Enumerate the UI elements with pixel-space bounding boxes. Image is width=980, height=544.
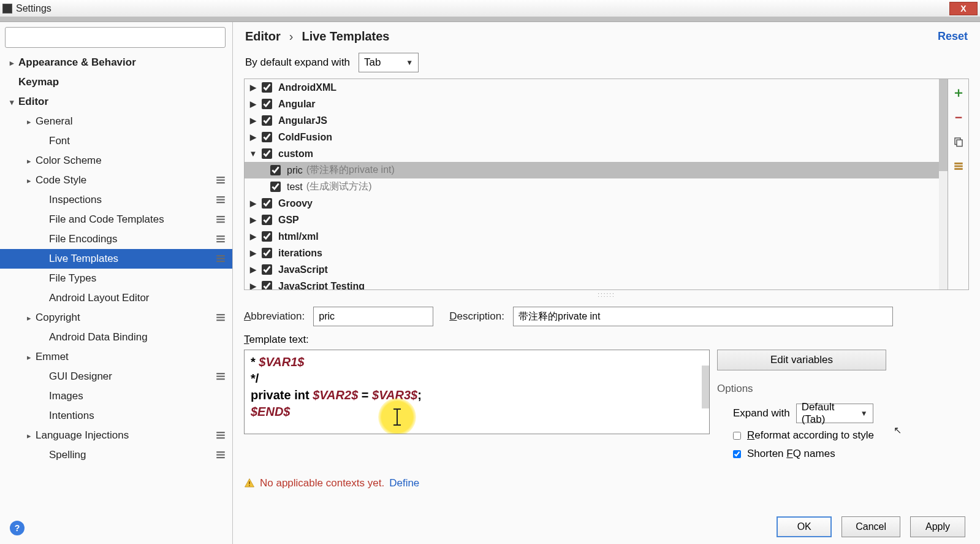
abbreviation-input[interactable] xyxy=(313,307,433,326)
template-group[interactable]: ▶html/xml xyxy=(245,228,948,245)
chevron-icon: ▸ xyxy=(5,58,18,67)
sidebar-item[interactable]: Keymap xyxy=(0,72,232,92)
template-item[interactable]: pric(带注释的private int) xyxy=(245,162,948,178)
sidebar-item[interactable]: ▸Code Style xyxy=(0,170,232,190)
close-button[interactable]: X xyxy=(949,2,978,15)
sidebar-item[interactable]: ▸Emmet xyxy=(0,347,232,367)
template-checkbox[interactable] xyxy=(262,148,272,159)
search-input[interactable] xyxy=(5,27,226,48)
svg-rect-17 xyxy=(216,320,225,321)
description-input[interactable] xyxy=(513,307,893,326)
sidebar-item[interactable]: GUI Designer xyxy=(0,367,232,386)
template-checkbox[interactable] xyxy=(262,82,272,93)
template-checkbox[interactable] xyxy=(270,165,281,175)
template-checkbox[interactable] xyxy=(262,281,272,289)
sidebar-item[interactable]: Live Templates xyxy=(0,249,232,269)
sidebar-item[interactable]: File and Code Templates xyxy=(0,210,232,229)
breadcrumb-live-templates: Live Templates xyxy=(302,29,389,44)
sidebar-item[interactable]: Font xyxy=(0,131,232,151)
template-checkbox[interactable] xyxy=(262,215,272,225)
settings-tree[interactable]: ▸Appearance & BehaviorKeymap▾Editor▸Gene… xyxy=(0,53,232,544)
cursor-highlight xyxy=(378,398,416,434)
app-icon xyxy=(2,4,12,13)
titlebar: Settings X xyxy=(0,0,980,17)
template-checkbox[interactable] xyxy=(262,264,272,275)
sidebar-item-label: GUI Designer xyxy=(49,370,215,383)
templates-tree[interactable]: ▶AndroidXML▶Angular▶AngularJS▶ColdFusion… xyxy=(245,79,948,289)
template-checkbox[interactable] xyxy=(262,248,272,258)
remove-template-button[interactable]: － xyxy=(952,111,965,123)
template-label: pric xyxy=(287,165,303,176)
sidebar-item-label: Copyright xyxy=(36,312,215,324)
template-item[interactable]: test(生成测试方法) xyxy=(245,178,948,195)
sidebar-item-label: General xyxy=(36,115,232,128)
expand-with-label: Expand with xyxy=(733,407,790,419)
template-checkbox[interactable] xyxy=(262,231,272,242)
svg-rect-2 xyxy=(216,182,225,183)
template-checkbox[interactable] xyxy=(262,132,272,142)
default-expand-select[interactable]: Tab ▼ xyxy=(359,53,419,72)
settings-template-button[interactable] xyxy=(952,160,965,172)
template-checkbox[interactable] xyxy=(262,99,272,109)
reformat-checkbox[interactable] xyxy=(733,432,741,440)
svg-rect-7 xyxy=(216,219,225,220)
sidebar-item[interactable]: Inspections xyxy=(0,190,232,210)
scope-icon xyxy=(215,253,226,264)
sidebar-item[interactable]: ▸Copyright xyxy=(0,308,232,328)
sidebar-item-label: Intentions xyxy=(49,410,232,422)
expand-with-select[interactable]: Default (Tab) ▼ xyxy=(796,404,873,423)
sidebar-item[interactable]: ▸General xyxy=(0,112,232,131)
template-group[interactable]: ▶Angular xyxy=(245,96,948,112)
sidebar-item[interactable]: ▸Color Scheme xyxy=(0,151,232,170)
sidebar-item[interactable]: Intentions xyxy=(0,406,232,426)
template-group[interactable]: ▶GSP xyxy=(245,212,948,228)
cancel-button[interactable]: Cancel xyxy=(841,516,900,537)
template-label: custom xyxy=(278,148,313,159)
template-group[interactable]: ▶JavaScript Testing xyxy=(245,278,948,289)
apply-button[interactable]: Apply xyxy=(910,516,965,537)
editor-scrollbar[interactable] xyxy=(702,366,709,408)
template-group[interactable]: ▼custom xyxy=(245,145,948,162)
sidebar-item-label: File and Code Templates xyxy=(49,213,215,226)
template-checkbox[interactable] xyxy=(270,182,281,192)
sidebar-item[interactable]: Android Data Binding xyxy=(0,328,232,347)
options-title: Options xyxy=(717,383,886,395)
template-group[interactable]: ▶AngularJS xyxy=(245,112,948,129)
sidebar-item[interactable]: Images xyxy=(0,386,232,406)
copy-template-button[interactable] xyxy=(952,136,965,148)
sidebar-item[interactable]: ▸Appearance & Behavior xyxy=(0,53,232,72)
sidebar-item-label: Inspections xyxy=(49,194,215,206)
sidebar-item[interactable]: File Types xyxy=(0,269,232,288)
edit-variables-button[interactable]: Edit variables xyxy=(717,350,886,370)
sidebar-item[interactable]: File Encodings xyxy=(0,229,232,249)
define-link[interactable]: Define xyxy=(389,477,419,489)
svg-rect-3 xyxy=(216,196,225,197)
template-text-editor[interactable]: * $VAR1$ */ private int $VAR2$ = $VAR3$;… xyxy=(244,350,710,434)
add-template-button[interactable]: ＋ xyxy=(952,86,965,99)
template-label: AndroidXML xyxy=(278,82,336,93)
resize-grip[interactable]: :::::: xyxy=(233,290,980,299)
ok-button[interactable]: OK xyxy=(777,516,832,537)
template-group[interactable]: ▶iterations xyxy=(245,245,948,261)
template-checkbox[interactable] xyxy=(262,115,272,126)
svg-rect-31 xyxy=(954,168,963,170)
sidebar-item[interactable]: ▸Language Injections xyxy=(0,426,232,445)
template-toolbar: ＋ － xyxy=(948,79,968,289)
sidebar-item[interactable]: ▾Editor xyxy=(0,92,232,112)
sidebar-item[interactable]: Spelling xyxy=(0,445,232,465)
svg-rect-14 xyxy=(216,261,225,262)
template-group[interactable]: ▶JavaScript xyxy=(245,261,948,278)
scope-icon xyxy=(215,234,226,245)
tpl-scrollbar[interactable] xyxy=(939,79,948,289)
help-button[interactable]: ? xyxy=(10,521,25,535)
template-group[interactable]: ▶Groovy xyxy=(245,195,948,212)
scope-icon xyxy=(215,175,226,186)
shorten-fq-checkbox[interactable] xyxy=(733,450,741,458)
template-group[interactable]: ▶AndroidXML xyxy=(245,79,948,96)
sidebar-item[interactable]: Android Layout Editor xyxy=(0,288,232,308)
chevron-right-icon: ▶ xyxy=(245,99,262,109)
template-checkbox[interactable] xyxy=(262,198,272,209)
template-group[interactable]: ▶ColdFusion xyxy=(245,129,948,145)
svg-rect-30 xyxy=(954,166,963,167)
reset-link[interactable]: Reset xyxy=(938,30,968,43)
